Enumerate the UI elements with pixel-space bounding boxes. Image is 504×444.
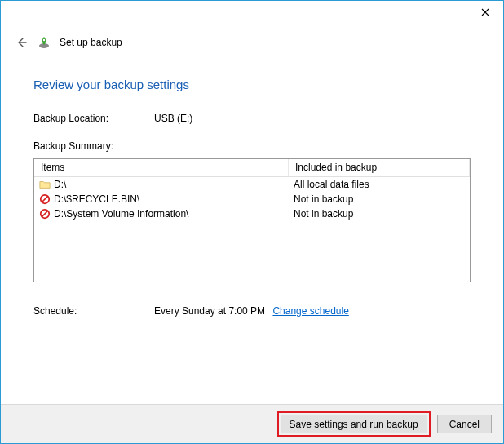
cancel-button[interactable]: Cancel <box>437 415 492 433</box>
titlebar <box>1 1 503 25</box>
wizard-title: Set up backup <box>60 37 122 48</box>
svg-line-3 <box>42 197 48 202</box>
table-row[interactable]: D:\ All local data files <box>34 177 470 192</box>
col-header-items[interactable]: Items <box>34 159 289 176</box>
svg-point-1 <box>43 39 45 41</box>
schedule-label: Schedule: <box>33 305 154 317</box>
backup-location-row: Backup Location: USB (E:) <box>33 113 471 124</box>
item-name: D:\ <box>52 179 289 190</box>
back-button[interactable] <box>14 35 29 50</box>
table-header: Items Included in backup <box>34 159 470 177</box>
item-included: Not in backup <box>289 208 466 220</box>
backup-icon <box>37 35 51 50</box>
footer: Save settings and run backup Cancel <box>1 404 503 443</box>
exclude-icon <box>38 193 52 205</box>
item-included: Not in backup <box>289 193 466 205</box>
page-title: Review your backup settings <box>33 78 471 91</box>
item-name: D:\$RECYCLE.BIN\ <box>52 193 289 205</box>
table-row[interactable]: D:\System Volume Information\ Not in bac… <box>34 206 470 221</box>
wizard-header: Set up backup <box>1 25 503 50</box>
close-icon <box>481 8 489 16</box>
exclude-icon <box>38 208 52 220</box>
backup-location-value: USB (E:) <box>154 113 192 124</box>
content-area: Review your backup settings Backup Locat… <box>1 50 503 317</box>
item-included: All local data files <box>289 179 466 190</box>
schedule-value: Every Sunday at 7:00 PM <box>154 305 265 317</box>
close-button[interactable] <box>466 1 503 24</box>
svg-line-5 <box>42 211 48 217</box>
folder-icon <box>38 179 52 190</box>
schedule-row: Schedule: Every Sunday at 7:00 PM Change… <box>33 305 471 317</box>
save-and-run-button[interactable]: Save settings and run backup <box>281 415 427 433</box>
summary-table: Items Included in backup D:\ All local d… <box>33 158 471 282</box>
primary-button-highlight: Save settings and run backup <box>277 411 431 437</box>
col-header-included[interactable]: Included in backup <box>289 159 470 176</box>
back-arrow-icon <box>15 36 28 49</box>
table-row[interactable]: D:\$RECYCLE.BIN\ Not in backup <box>34 192 470 206</box>
table-body: D:\ All local data files D:\$RECYCLE.BIN… <box>34 177 470 221</box>
item-name: D:\System Volume Information\ <box>52 208 289 220</box>
change-schedule-link[interactable]: Change schedule <box>272 305 348 317</box>
backup-location-label: Backup Location: <box>33 113 154 124</box>
backup-summary-label: Backup Summary: <box>33 140 471 152</box>
